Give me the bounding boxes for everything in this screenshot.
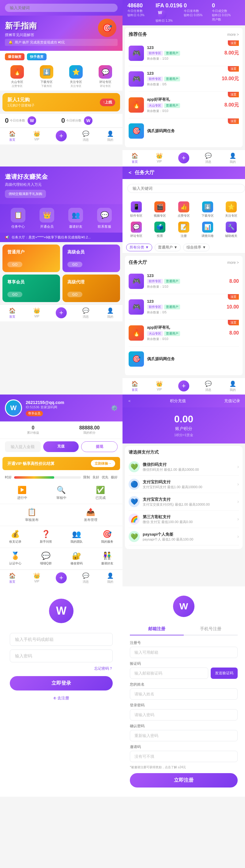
- filter-user[interactable]: 普通用户 ▼: [155, 244, 181, 251]
- mem-premium[interactable]: 高级会员 GO: [62, 245, 120, 272]
- menu-invite[interactable]: 👫 邀请好友: [92, 548, 123, 569]
- cat-register[interactable]: 📝 注册: [173, 220, 195, 239]
- payment-history[interactable]: 充值记录: [224, 398, 240, 404]
- mem-vip[interactable]: 尊享会员 GO: [2, 275, 60, 302]
- menu-change-pwd[interactable]: 🔐 修改密码: [61, 548, 92, 569]
- tab-phone[interactable]: 手机号注册: [184, 623, 238, 635]
- inv-nav-vip[interactable]: 👑 VIP: [25, 307, 49, 319]
- promo-banner[interactable]: 新人1元购 1元购2个甜蜜柚子 ↑上线: [2, 93, 120, 112]
- cat-video[interactable]: 🎬 视频专区: [149, 200, 172, 219]
- inv-nav-msg[interactable]: 💬 消息: [73, 307, 98, 319]
- nav-vip[interactable]: 👑 VIP: [25, 130, 49, 142]
- rec-more[interactable]: more >: [227, 32, 239, 37]
- cat-survey[interactable]: 📊 调查问卷: [196, 220, 219, 239]
- inv-nav-add[interactable]: +: [49, 307, 73, 319]
- nav-home[interactable]: 🏠 首页: [0, 130, 25, 142]
- task-item-4[interactable]: 🎯 偶爪源码网任务 顶置: [129, 119, 239, 144]
- verify-code-input[interactable]: [130, 668, 208, 679]
- cat-assist[interactable]: 🔧 辅助相关: [220, 220, 243, 239]
- cat-software[interactable]: 📱 软件专区: [125, 200, 148, 219]
- cat-comment[interactable]: 💬 评论专区: [125, 220, 148, 239]
- filter-sort[interactable]: 综合排序 ▼: [183, 244, 209, 251]
- pro-nav-mine[interactable]: 👤 我的: [98, 572, 123, 584]
- tasks-nav-home[interactable]: 🏠 首页: [123, 152, 147, 164]
- back-arrow[interactable]: ＜: [127, 169, 132, 176]
- mem-normal[interactable]: 普通用户 GO: [2, 245, 60, 272]
- hall-task-4[interactable]: 🎯 偶爪源码网任务: [129, 346, 239, 372]
- vip-promo-btn[interactable]: 立刻体验→: [91, 460, 115, 467]
- pro-nav-msg[interactable]: 💬 消息: [73, 572, 98, 584]
- login-button[interactable]: 立即登录: [10, 676, 113, 690]
- account-input[interactable]: [10, 633, 113, 646]
- cat-download[interactable]: ⬇️ 下载专区: [196, 200, 219, 219]
- mem-agent-btn[interactable]: GO: [67, 292, 82, 297]
- hall-task-2[interactable]: 🎮 123 软件专区 普通用户 剩余数量：0/5 10.00 顶置: [129, 294, 239, 320]
- reg-email-input[interactable]: [130, 647, 238, 658]
- task-reviewing[interactable]: 🔍 审核中: [43, 486, 80, 500]
- register-button[interactable]: 立即注册: [130, 773, 238, 787]
- task-icon-fire[interactable]: 🔥 火山专区 点赞专区: [8, 65, 26, 88]
- invite-friends[interactable]: 👥 邀请好友: [68, 208, 83, 229]
- mem-agent[interactable]: 高级代理 GO: [62, 275, 120, 302]
- pay-alipay-scan[interactable]: 🔵 支付宝扫码支付 支付宝扫码支付 最低1.00 最高10000.00 ›: [129, 476, 239, 493]
- reg-invite-input[interactable]: [130, 751, 238, 762]
- mem-normal-btn[interactable]: GO: [7, 262, 22, 267]
- menu-transactions[interactable]: 💰 收支记录: [0, 526, 31, 548]
- hall-nav-home[interactable]: 🏠 首页: [123, 380, 147, 392]
- hall-more[interactable]: more >: [227, 260, 239, 265]
- tag-quick[interactable]: 快手悬赏: [27, 53, 47, 60]
- mem-vip-btn[interactable]: GO: [7, 292, 22, 297]
- menu-faq[interactable]: ❓ 新手问答: [31, 526, 61, 548]
- cat-follow[interactable]: ⭐ 关注专区: [220, 200, 243, 219]
- menu-team[interactable]: 👥 我的团队: [61, 526, 92, 548]
- pro-nav-add[interactable]: +: [49, 572, 73, 584]
- cat-vote[interactable]: 🗳️ 投票: [149, 220, 172, 239]
- pay-alipay-official[interactable]: 💙 支付宝官方支付 支付宝交接支付(0托) 最低1.00 最高10000.00 …: [129, 493, 239, 510]
- recharge-btn[interactable]: 充值: [43, 441, 79, 452]
- payment-back[interactable]: ＜: [127, 398, 131, 404]
- pay-rainbow[interactable]: 🌈 第三方彩虹支付 微信·支付宝 最低100.00 最高0.00 ›: [129, 510, 239, 528]
- task-icon-comment[interactable]: 💬 评论专区 评论专区: [96, 65, 115, 88]
- tasks-nav-mine[interactable]: 👤 我的: [220, 152, 245, 164]
- invite-open-member[interactable]: 👑 开通会员: [39, 208, 54, 229]
- tag-boom[interactable]: 爆音融赏: [5, 53, 25, 60]
- tab-email[interactable]: 邮箱注册: [130, 623, 184, 636]
- task-completed[interactable]: ✅ 已完成: [82, 486, 119, 500]
- task-in-progress[interactable]: ▶️ 进行中: [4, 486, 40, 500]
- withdraw-btn[interactable]: 提现: [81, 441, 118, 452]
- hall-nav-add[interactable]: +: [172, 380, 196, 392]
- publish-manage[interactable]: 📤 发布管理: [62, 508, 119, 522]
- forgot-link[interactable]: 忘记密码？: [10, 666, 113, 671]
- reg-confirm-input[interactable]: [130, 730, 238, 741]
- pro-nav-home[interactable]: 🏠 首页: [0, 572, 25, 584]
- task-item-1[interactable]: 🎮 123 软件专区 普通用户 剩余数量：1/10 8.00元 顶置: [129, 40, 239, 66]
- register-link[interactable]: ⊕ 去注册: [10, 695, 113, 701]
- home-search-input[interactable]: [5, 4, 118, 12]
- task-item-2[interactable]: 🎮 123 软件专区 普通用户 剩余数量：0/5 10.00元 顶置: [129, 66, 239, 92]
- mem-premium-btn[interactable]: GO: [67, 262, 82, 267]
- inv-nav-home[interactable]: 🏠 首页: [0, 307, 25, 319]
- vip-promo[interactable]: 开通VIP 畅享高性价比结算 立刻体验→: [2, 457, 120, 470]
- inv-nav-mine[interactable]: 👤 我的: [98, 307, 123, 319]
- hall-nav-mine[interactable]: 👤 我的: [220, 380, 245, 392]
- filter-all[interactable]: 所有分类 ▼: [126, 244, 152, 251]
- task-icon-follow[interactable]: ⭐ 关注专区 关注专区: [67, 65, 85, 88]
- nav-msg[interactable]: 💬 消息: [73, 130, 98, 142]
- hall-nav-vip[interactable]: 👑 VIP: [147, 380, 172, 392]
- nav-add[interactable]: +: [49, 130, 73, 142]
- menu-qq[interactable]: 💬 喵喵Q群: [31, 548, 61, 569]
- invite-task-center[interactable]: 📋 任务中心: [11, 208, 25, 229]
- menu-cert[interactable]: 🏅 认证中心: [0, 548, 31, 569]
- pro-nav-vip[interactable]: 👑 VIP: [25, 572, 49, 584]
- hall-nav-msg[interactable]: 💬 消息: [196, 380, 220, 392]
- tasks-nav-add[interactable]: +: [172, 152, 196, 164]
- audit-publish[interactable]: 📋 审核发布: [4, 508, 60, 522]
- tasks-nav-msg[interactable]: 💬 消息: [196, 152, 220, 164]
- hall-task-1[interactable]: 🎮 123 软件专区 普通用户 剩余数量：1/10 8.00: [129, 269, 239, 294]
- hall-search-input[interactable]: [127, 184, 245, 193]
- send-verify-btn[interactable]: 发送验证码: [211, 668, 238, 679]
- task-icon-download[interactable]: ⬇️ 下载专区 下载专区: [37, 65, 56, 88]
- hall-task-3[interactable]: 🔥 app好评有礼 火山专区 普通用户 剩余数量：0/10 8.00 顶置: [129, 320, 239, 346]
- reg-name-input[interactable]: [130, 688, 238, 700]
- password-input[interactable]: [10, 649, 113, 662]
